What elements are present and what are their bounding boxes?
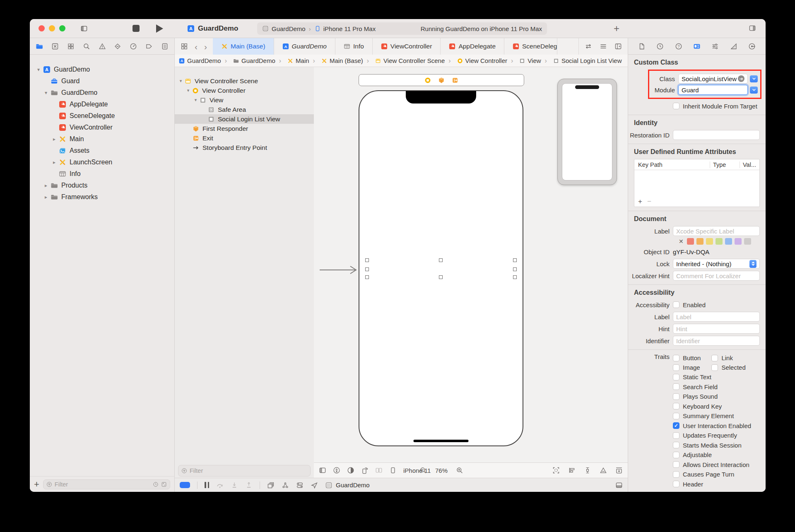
code-review-icon[interactable] <box>585 43 592 50</box>
tree-item-main-storyboard[interactable]: ▸Main <box>30 133 174 145</box>
no-color-swatch[interactable]: ✕ <box>679 238 684 245</box>
align-icon[interactable] <box>568 467 576 474</box>
trait-causes-page-turn-checkbox[interactable]: ✓ <box>673 471 679 478</box>
breadcrumb-scene[interactable]: View Controller Scene <box>363 57 445 65</box>
scheme-selector[interactable]: GuardDemo › iPhone 11 Pro Max Running Gu… <box>257 22 547 35</box>
disclosure-open-icon[interactable]: ▾ <box>186 88 191 93</box>
report-navigator-icon[interactable] <box>161 43 169 50</box>
orientation-icon[interactable] <box>361 467 369 474</box>
size-inspector-icon[interactable] <box>730 43 737 50</box>
trait-header[interactable]: ✓Header <box>673 479 760 489</box>
trait-keyboard-key[interactable]: ✓Keyboard Key <box>673 402 760 412</box>
accessibility-hint-input[interactable] <box>676 325 756 332</box>
tree-item-project-guarddemo[interactable]: ▾GuardDemo <box>30 64 174 75</box>
debug-area-toggle-icon[interactable] <box>615 481 623 489</box>
first-responder-icon[interactable] <box>438 77 445 84</box>
run-button[interactable] <box>156 24 163 33</box>
step-out-icon[interactable] <box>245 481 253 489</box>
trait-adjustable-checkbox[interactable]: ✓ <box>673 452 679 458</box>
zoom-window-button[interactable] <box>59 25 65 31</box>
symbol-navigator-icon[interactable] <box>67 43 75 50</box>
tree-item-info-plist[interactable]: Info <box>30 168 174 180</box>
accessibility-label-input[interactable] <box>676 313 756 320</box>
trait-summary-element[interactable]: ✓Summary Element <box>673 411 760 421</box>
storyboard-entry-point-arrow[interactable] <box>320 266 359 274</box>
document-label-input[interactable] <box>676 228 756 235</box>
navigator-filter-input[interactable] <box>55 481 150 488</box>
quick-help-inspector-icon[interactable] <box>675 43 682 50</box>
class-dropdown-button[interactable] <box>750 75 758 82</box>
selection-handle-top-left[interactable] <box>365 258 369 262</box>
inherit-module-checkbox-row[interactable]: ✓ Inherit Module From Target <box>673 103 757 110</box>
trait-allows-direct-interaction[interactable]: ✓Allows Direct Interaction <box>673 460 760 470</box>
navigator-toggle-icon[interactable] <box>80 25 88 32</box>
forward-button[interactable]: › <box>204 42 207 51</box>
trait-static-text-checkbox[interactable]: ✓ <box>673 374 679 380</box>
accessibility-identifier-input[interactable] <box>676 337 756 344</box>
column-type[interactable]: Type <box>710 161 740 168</box>
breadcrumb-main[interactable]: Main <box>275 57 309 65</box>
pause-icon[interactable] <box>205 482 209 488</box>
trait-plays-sound-checkbox[interactable]: ✓ <box>673 393 679 400</box>
lock-stepper-icon[interactable] <box>749 260 756 268</box>
split-view-icon[interactable] <box>375 467 383 474</box>
scene-header-bar[interactable] <box>359 74 524 86</box>
trait-search-field[interactable]: ✓Search Field <box>673 382 760 392</box>
live-issues-icon[interactable] <box>552 467 560 474</box>
trait-image[interactable]: ✓Image <box>673 363 701 372</box>
breadcrumb-view[interactable]: View <box>507 57 541 65</box>
inherit-module-checkbox[interactable]: ✓ <box>673 103 679 109</box>
history-inspector-icon[interactable] <box>656 43 664 50</box>
trait-selected[interactable]: ✓Selected <box>711 363 745 372</box>
outline-item-entry-point[interactable]: Storyboard Entry Point <box>175 143 314 152</box>
connections-inspector-icon[interactable] <box>748 43 756 50</box>
accessibility-enabled-checkbox[interactable]: ✓ <box>673 301 679 308</box>
disclosure-open-icon[interactable]: ▾ <box>43 90 49 96</box>
trait-plays-sound[interactable]: ✓Plays Sound <box>673 392 760 402</box>
yellow-swatch[interactable] <box>706 238 713 245</box>
back-button[interactable]: ‹ <box>195 42 198 51</box>
disclosure-open-icon[interactable]: ▾ <box>36 67 41 72</box>
add-attribute-button[interactable]: + <box>638 197 642 206</box>
navigator-filter-field[interactable] <box>43 479 170 489</box>
green-swatch[interactable] <box>716 238 723 245</box>
related-items-icon[interactable] <box>181 43 188 50</box>
trait-button[interactable]: ✓Button <box>673 353 701 363</box>
device-canvas-iphone[interactable] <box>359 90 523 446</box>
trait-selected-checkbox[interactable]: ✓ <box>711 364 718 371</box>
add-constraints-icon[interactable] <box>584 467 591 474</box>
debug-navigator-icon[interactable] <box>130 43 137 50</box>
recents-clock-icon[interactable] <box>153 481 159 487</box>
identity-inspector-icon[interactable] <box>693 43 701 50</box>
accessibility-identifier-field[interactable] <box>673 336 760 346</box>
debug-target[interactable]: GuardDemo <box>325 481 370 489</box>
zoom-level-label[interactable]: 76% <box>435 467 448 474</box>
add-file-button[interactable]: + <box>34 479 39 490</box>
test-navigator-icon[interactable] <box>114 43 121 50</box>
find-navigator-icon[interactable] <box>83 43 90 50</box>
new-tab-button[interactable]: + <box>614 23 619 34</box>
tab-info[interactable]: Info <box>335 38 373 55</box>
tree-item-assets[interactable]: Assets <box>30 145 174 156</box>
outline-item-first-responder[interactable]: First Responder <box>175 124 314 133</box>
lock-dropdown[interactable]: Inherited - (Nothing) <box>673 259 760 269</box>
outline-item-exit[interactable]: Exit <box>175 133 314 143</box>
trait-adjustable[interactable]: ✓Adjustable <box>673 450 760 460</box>
outline-item-safe-area[interactable]: Safe Area <box>175 105 314 114</box>
attributes-inspector-icon[interactable] <box>711 43 719 50</box>
tree-item-guard[interactable]: Guard <box>30 75 174 87</box>
outline-item-social-login-list-view[interactable]: Social Login List View <box>175 114 314 124</box>
memory-graph-icon[interactable] <box>282 481 289 489</box>
selection-handle-top-center[interactable] <box>439 258 443 262</box>
stop-button[interactable] <box>132 25 140 32</box>
source-control-status-icon[interactable] <box>161 481 167 487</box>
disclosure-closed-icon[interactable]: ▸ <box>51 159 57 165</box>
outline-toggle-icon[interactable] <box>319 467 326 474</box>
disclosure-closed-icon[interactable]: ▸ <box>51 136 57 142</box>
appearance-icon[interactable] <box>347 467 354 474</box>
outline-item-view-controller[interactable]: ▾View Controller <box>175 86 314 95</box>
selection-handle-middle-right[interactable] <box>513 267 517 271</box>
breadcrumb-view-controller[interactable]: View Controller <box>445 57 507 65</box>
tree-item-scenedelegate[interactable]: SceneDelegate <box>30 110 174 122</box>
disclosure-open-icon[interactable]: ▾ <box>178 78 183 84</box>
